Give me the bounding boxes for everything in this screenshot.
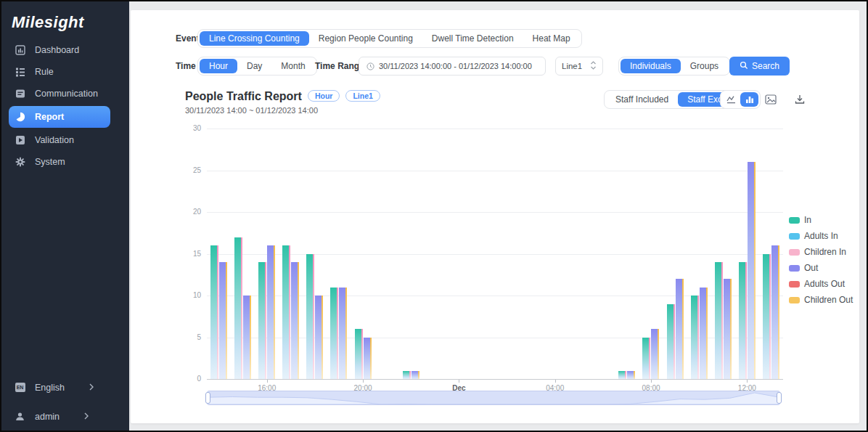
legend-chip: [789, 297, 800, 303]
chart-type-toggle: [720, 90, 761, 109]
bar-group-18:00[interactable]: [303, 129, 327, 379]
y-axis-tick-label: 5: [172, 333, 201, 341]
language-icon: EN: [15, 382, 25, 393]
bar-group-17:00[interactable]: [279, 129, 303, 379]
sidebar-item-system[interactable]: System: [1, 151, 129, 173]
out-bar: [748, 162, 754, 379]
milesight-logo: Milesight: [12, 13, 84, 32]
bar-group-14:00[interactable]: [207, 129, 231, 379]
time-unit-hour[interactable]: Hour: [200, 59, 237, 73]
export-image-icon[interactable]: [763, 92, 778, 107]
children-in-bar: [697, 296, 699, 379]
event-tab-line-crossing-counting[interactable]: Line Crossing Counting: [200, 31, 309, 46]
report-date-range: 30/11/2023 14:00 ~ 01/12/2023 14:00: [185, 106, 318, 115]
report-badge: Line1: [345, 90, 380, 102]
legend-chip: [789, 233, 800, 240]
children-out-bar: [322, 296, 323, 379]
bar-group-23:00[interactable]: [423, 129, 447, 379]
legend-item-adults-in[interactable]: Adults In: [789, 228, 853, 244]
sidebar-item-rule[interactable]: Rule: [1, 61, 129, 83]
datazoom-handle-right[interactable]: [777, 392, 782, 404]
legend-item-children-in[interactable]: Children In: [789, 244, 853, 260]
download-icon[interactable]: [793, 92, 807, 107]
bar-group-21:00[interactable]: [375, 129, 399, 379]
bar-group-09:00[interactable]: [663, 129, 687, 379]
event-tab-region-people-counting[interactable]: Region People Counting: [309, 31, 422, 46]
clock-icon: [367, 62, 374, 70]
bar-group-04:00[interactable]: [543, 129, 567, 379]
legend-item-in[interactable]: In: [789, 212, 853, 228]
sidebar: Milesight DashboardRuleCommunicationRepo…: [1, 1, 129, 431]
bar-group-06:00[interactable]: [591, 129, 615, 379]
legend-item-adults-out[interactable]: Adults Out: [789, 276, 853, 292]
event-tab-dwell-time-detection[interactable]: Dwell Time Detection: [422, 31, 523, 46]
stepper-arrows-icon[interactable]: [590, 60, 597, 72]
bar-group-03:00[interactable]: [519, 129, 543, 379]
legend-item-out[interactable]: Out: [789, 260, 853, 276]
bar-group-19:00[interactable]: [327, 129, 351, 379]
legend-label: Adults Out: [804, 279, 845, 289]
legend-label: In: [804, 215, 811, 225]
report-title-text: People Traffic Report: [185, 90, 302, 102]
language-selector[interactable]: EN English: [1, 382, 129, 393]
line-chart-icon[interactable]: [722, 92, 740, 107]
children-out-bar: [345, 288, 347, 380]
sidebar-item-validation[interactable]: Validation: [1, 129, 129, 151]
sidebar-item-communication[interactable]: Communication: [1, 83, 129, 105]
bar-chart-icon[interactable]: [740, 92, 758, 107]
report-title: People Traffic ReportHourLine1: [185, 90, 380, 103]
in-bar: [691, 296, 697, 379]
in-bar: [282, 245, 289, 379]
x-axis-tick: [555, 380, 556, 383]
children-in-bar: [217, 245, 218, 379]
traffic-chart: 05101520253016:0020:00Dec04:0008:0012:00: [207, 129, 783, 380]
children-out-bar: [418, 371, 419, 380]
datazoom-handle-left[interactable]: [205, 392, 210, 404]
bar-group-15:00[interactable]: [231, 129, 255, 379]
bar-group-10:00[interactable]: [687, 129, 711, 379]
bar-group-02:00[interactable]: [495, 129, 519, 379]
system-icon: [15, 157, 25, 168]
x-axis-tick: [459, 380, 459, 383]
time-unit-month[interactable]: Month: [271, 59, 314, 73]
bar-group-01:00[interactable]: [471, 129, 495, 379]
mode-groups[interactable]: Groups: [681, 59, 728, 73]
bar-group-08:00[interactable]: [639, 129, 663, 379]
bar-group-13:00[interactable]: [759, 129, 783, 379]
children-out-bar: [706, 288, 708, 380]
children-out-bar: [274, 245, 275, 379]
children-out-bar: [778, 245, 779, 379]
datazoom-data-shadow: [208, 393, 779, 404]
in-bar: [618, 371, 625, 380]
line-select[interactable]: Line1: [555, 57, 603, 76]
account-menu[interactable]: admin: [1, 411, 129, 422]
in-bar: [642, 338, 649, 380]
out-bar: [243, 296, 250, 379]
bar-group-00:00[interactable]: [447, 129, 471, 379]
mode-individuals[interactable]: Individuals: [621, 59, 681, 73]
children-in-bar: [241, 237, 242, 380]
children-out-bar: [682, 279, 684, 379]
bar-group-12:00[interactable]: [735, 129, 759, 379]
main-card: Event Line Crossing CountingRegion Peopl…: [131, 10, 859, 423]
children-out-bar: [250, 296, 251, 379]
datazoom-slider[interactable]: [207, 391, 780, 405]
time-unit-day[interactable]: Day: [237, 59, 271, 73]
bar-group-16:00[interactable]: [255, 129, 279, 379]
bar-group-07:00[interactable]: [615, 129, 639, 379]
time-range-value: 30/11/2023 14:00:00 - 01/12/2023 14:00:0…: [379, 62, 532, 70]
bar-group-22:00[interactable]: [399, 129, 423, 379]
event-tab-heat-map[interactable]: Heat Map: [523, 31, 580, 46]
sidebar-item-report[interactable]: Report: [9, 106, 110, 128]
bar-group-11:00[interactable]: [711, 129, 735, 379]
staff-staff-included[interactable]: Staff Included: [606, 92, 678, 107]
legend-item-children-out[interactable]: Children Out: [789, 292, 853, 308]
children-in-bar: [673, 304, 675, 380]
bar-group-05:00[interactable]: [567, 129, 591, 379]
sidebar-item-dashboard[interactable]: Dashboard: [1, 39, 129, 61]
children-out-bar: [658, 329, 659, 379]
search-button[interactable]: Search: [729, 57, 790, 76]
sidebar-item-label: Dashboard: [35, 45, 79, 55]
time-range-input[interactable]: 30/11/2023 14:00:00 - 01/12/2023 14:00:0…: [359, 57, 546, 76]
bar-group-20:00[interactable]: [351, 129, 374, 379]
